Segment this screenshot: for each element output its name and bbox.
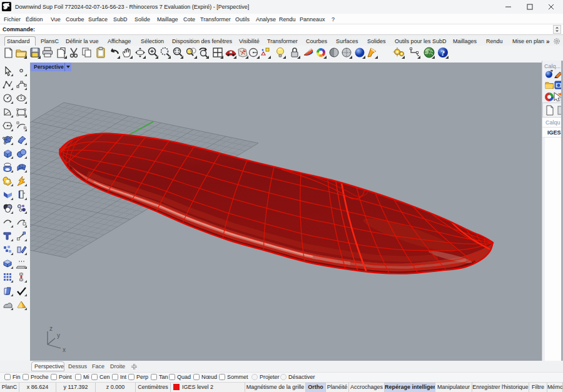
svg-text:?: ? [441, 48, 445, 58]
svg-text:z: z [49, 325, 53, 332]
svg-text:x: x [63, 346, 66, 353]
svg-text:y: y [57, 332, 60, 339]
